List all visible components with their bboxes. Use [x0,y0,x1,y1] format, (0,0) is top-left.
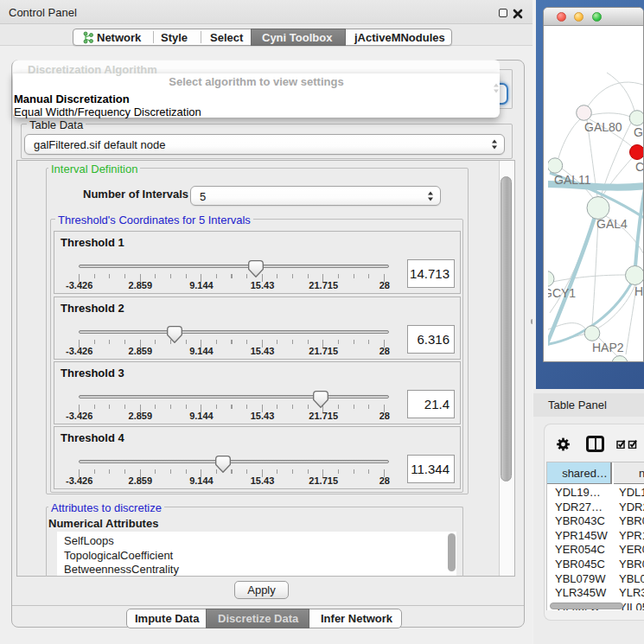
svg-text:GA: GA [634,125,644,139]
svg-text:H: H [634,284,643,298]
svg-text:GCY1: GCY1 [548,286,576,300]
svg-text:C: C [635,160,644,174]
svg-text:GAL11: GAL11 [554,173,591,187]
svg-text:HAP2: HAP2 [592,341,624,354]
svg-text:GAL4: GAL4 [596,217,628,231]
svg-text:GAL80: GAL80 [584,120,622,134]
